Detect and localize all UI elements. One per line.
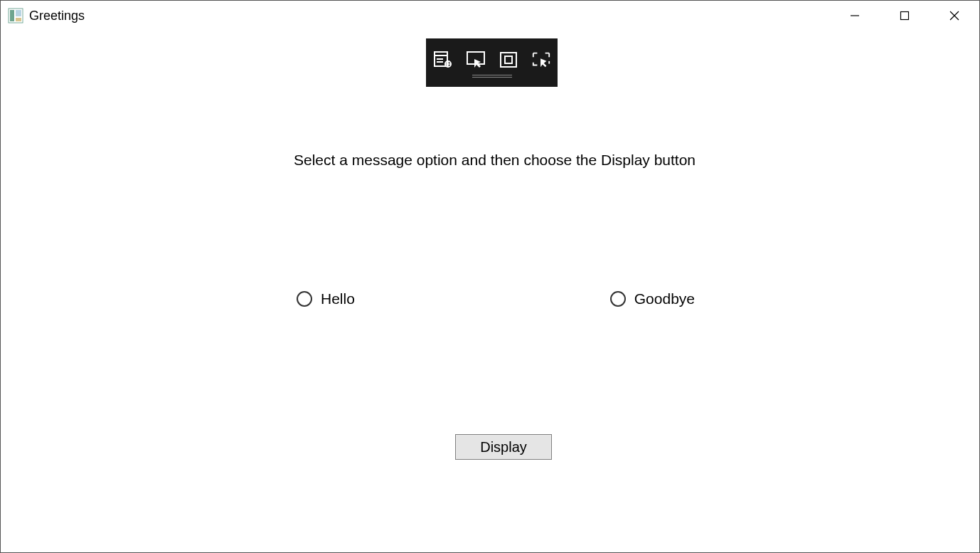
instruction-text: Select a message option and then choose … — [294, 152, 696, 169]
svg-rect-3 — [16, 18, 21, 21]
radio-circle-icon — [297, 291, 312, 307]
radio-hello[interactable]: Hello — [297, 290, 355, 307]
app-window: Greetings — [0, 0, 980, 553]
maximize-button[interactable] — [880, 1, 930, 31]
content-area: Select a message option and then choose … — [1, 31, 979, 552]
titlebar: Greetings — [1, 1, 979, 31]
app-icon — [8, 8, 23, 23]
minimize-icon — [850, 11, 860, 21]
display-button[interactable]: Display — [455, 434, 552, 460]
radio-hello-label: Hello — [321, 290, 355, 307]
minimize-button[interactable] — [830, 1, 880, 31]
svg-rect-5 — [901, 12, 909, 20]
titlebar-left: Greetings — [8, 8, 85, 23]
maximize-icon — [900, 11, 910, 21]
radio-goodbye-label: Goodbye — [634, 290, 695, 307]
svg-rect-1 — [10, 10, 14, 21]
close-icon — [949, 11, 959, 21]
radio-circle-icon — [610, 291, 626, 307]
radio-group: Hello Goodbye — [297, 290, 695, 307]
svg-rect-2 — [16, 10, 21, 16]
window-title: Greetings — [29, 9, 85, 23]
close-button[interactable] — [930, 1, 979, 31]
window-controls — [830, 1, 979, 31]
radio-goodbye[interactable]: Goodbye — [610, 290, 695, 307]
